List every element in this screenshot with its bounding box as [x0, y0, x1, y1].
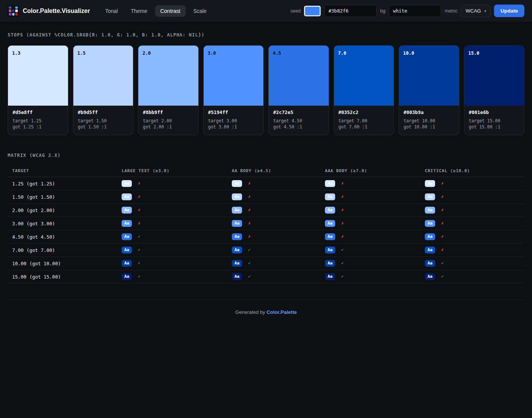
matrix-target: 15.00 (got 15.00): [12, 274, 122, 280]
sample-chip: Aa: [122, 193, 132, 200]
matrix-cell: Aa ✗: [325, 207, 425, 214]
sample-chip: Aa: [232, 273, 242, 280]
update-button[interactable]: Update: [494, 5, 524, 17]
chip-label: Aa: [328, 194, 332, 199]
stop-card: 7.0 #0352c2 target 7.00 got 7.00 :1: [334, 45, 394, 135]
stop-card-meta: #5194ff target 3.00 got 3.00 :1: [204, 106, 264, 135]
matrix-cell: Aa ✓: [232, 273, 325, 280]
chip-label: Aa: [124, 234, 129, 239]
stop-got: got 15.00 :1: [469, 124, 520, 130]
matrix-col-large-text: LARGE TEXT (≥3.0): [122, 168, 232, 173]
matrix-cell: Aa ✗: [232, 233, 325, 240]
stop-card-meta: #001e6b target 15.00 got 15.00 :1: [464, 106, 524, 135]
chip-label: Aa: [124, 247, 129, 252]
result-mark: ✗: [441, 194, 444, 199]
chip-label: Aa: [328, 207, 332, 212]
matrix-row: 1.50 (got 1.50) Aa ✗ Aa ✗ Aa ✗ Aa: [8, 190, 524, 204]
bg-label: bg: [380, 8, 385, 14]
result-mark: ✓: [441, 274, 444, 279]
stop-hex: #003b9a: [404, 109, 454, 115]
stop-card: 1.5 #b9d5ff target 1.50 got 1.50 :1: [73, 45, 134, 135]
stop-label: 1.3: [12, 51, 21, 56]
matrix-cell: Aa ✓: [325, 273, 425, 280]
stop-target: target 4.50: [273, 118, 324, 124]
stops-section: STOPS (AGAINST %COLOR.SRGB{R: 1.0, G: 1.…: [8, 32, 524, 135]
matrix-cell: Aa ✗: [425, 180, 520, 187]
chevron-down-icon: ▾: [484, 9, 486, 13]
chip-label: Aa: [124, 194, 129, 199]
chip-label: Aa: [234, 274, 239, 279]
seed-color-swatch[interactable]: [304, 6, 321, 16]
matrix-cell: Aa ✗: [232, 207, 325, 214]
stop-label: 1.5: [78, 51, 86, 56]
matrix-target: 1.50 (got 1.50): [12, 194, 122, 200]
matrix-row: 10.00 (got 10.00) Aa ✓ Aa ✓ Aa ✓ Aa: [8, 257, 524, 270]
matrix-cell: Aa ✗: [122, 193, 232, 200]
sample-chip: Aa: [122, 207, 132, 214]
matrix-cell: Aa ✗: [425, 233, 520, 240]
chip-label: Aa: [428, 234, 432, 239]
result-mark: ✗: [248, 234, 251, 239]
chip-label: Aa: [428, 221, 432, 226]
sample-chip: Aa: [425, 247, 435, 253]
stop-card-meta: #0352c2 target 7.00 got 7.00 :1: [334, 106, 394, 135]
stop-swatch: 3.0: [204, 46, 264, 106]
nav-item-theme[interactable]: Theme: [125, 5, 153, 17]
metric-select[interactable]: WCAG ▾: [461, 5, 491, 17]
matrix-col-target: TARGET: [12, 168, 122, 173]
sample-chip: Aa: [425, 220, 435, 227]
sample-chip: Aa: [325, 273, 335, 280]
main-nav: Tonal Theme Contrast Scale: [100, 5, 212, 17]
stop-card-meta: #b9d5ff target 1.50 got 1.50 :1: [73, 106, 133, 135]
stop-swatch: 15.0: [464, 46, 524, 106]
matrix-cell: Aa ✓: [325, 247, 425, 253]
stop-got: got 7.00 :1: [339, 124, 390, 130]
stop-label: 10.0: [403, 51, 414, 56]
stop-card-meta: #8bb9ff target 2.00 got 2.00 :1: [138, 106, 198, 135]
result-mark: ✗: [248, 194, 251, 199]
stop-label: 2.0: [142, 51, 151, 56]
result-mark: ✓: [248, 247, 251, 252]
nav-item-contrast[interactable]: Contrast: [155, 5, 186, 17]
result-mark: ✗: [248, 220, 251, 226]
sample-chip: Aa: [232, 180, 242, 187]
matrix-cell: Aa ✗: [232, 193, 325, 200]
stops-section-title: STOPS (AGAINST %COLOR.SRGB{R: 1.0, G: 1.…: [8, 32, 524, 38]
sample-chip: Aa: [325, 193, 335, 200]
nav-item-scale[interactable]: Scale: [188, 5, 212, 17]
colorpalette-link[interactable]: Color.Palette: [266, 309, 296, 315]
result-mark: ✗: [248, 207, 251, 212]
sample-chip: Aa: [122, 247, 132, 253]
footer-text: Generated by: [235, 309, 265, 315]
matrix-row: 4.50 (got 4.50) Aa ✓ Aa ✗ Aa ✗ Aa: [8, 230, 524, 244]
chip-label: Aa: [428, 181, 432, 186]
sample-chip: Aa: [325, 247, 335, 253]
matrix-cell: Aa ✗: [425, 193, 520, 200]
stop-got: got 3.00 :1: [208, 124, 259, 130]
stop-card: 10.0 #003b9a target 10.00 got 10.00 :1: [399, 45, 459, 135]
sample-chip: Aa: [232, 233, 242, 240]
stop-target: target 7.00: [339, 118, 390, 124]
chip-label: Aa: [328, 181, 332, 186]
page-footer: Generated by Color.Palette: [8, 299, 524, 315]
stop-swatch: 1.3: [8, 46, 68, 106]
seed-input[interactable]: [324, 5, 377, 17]
sample-chip: Aa: [425, 233, 435, 240]
sample-chip: Aa: [122, 260, 132, 267]
stop-hex: #001e6b: [469, 109, 520, 115]
sample-chip: Aa: [325, 260, 335, 267]
nav-item-tonal[interactable]: Tonal: [100, 5, 123, 17]
matrix-cell: Aa ✓: [122, 247, 232, 253]
bg-input[interactable]: [389, 5, 441, 17]
chip-label: Aa: [428, 261, 432, 266]
sample-chip: Aa: [232, 193, 242, 200]
stop-got: got 10.00 :1: [404, 124, 454, 130]
app-header: Color.Palette.Visualizer Tonal Theme Con…: [0, 0, 532, 22]
result-mark: ✗: [248, 180, 251, 186]
stop-cards-row: 1.3 #d5e8ff target 1.25 got 1.25 :1 1.5 …: [8, 45, 524, 135]
sample-chip: Aa: [232, 260, 242, 267]
result-mark: ✗: [341, 180, 344, 186]
sample-chip: Aa: [425, 260, 435, 267]
matrix-target: 7.00 (got 7.00): [12, 247, 122, 253]
matrix-cell: Aa ✗: [325, 220, 425, 227]
